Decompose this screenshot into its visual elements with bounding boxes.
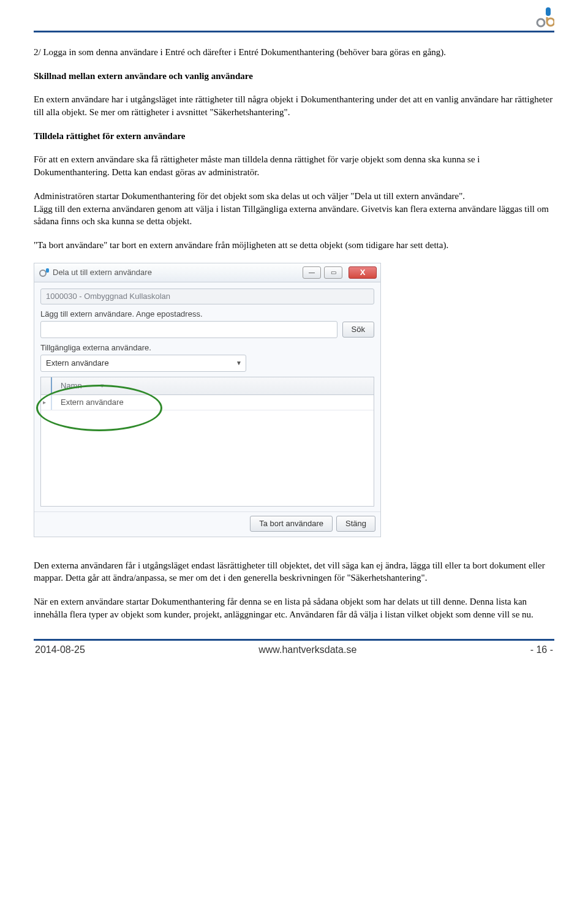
paragraph: 2/ Logga in som denna användare i Entré … [34, 46, 554, 59]
heading: Tilldela rättighet för extern användare [34, 130, 554, 143]
footer-page: - 16 - [530, 644, 553, 655]
dropdown-value: Extern användare [46, 358, 109, 368]
paragraph: Den externa användaren får i utgångsläge… [34, 559, 554, 584]
email-input[interactable] [40, 321, 337, 338]
footer-url: www.hantverksdata.se [258, 644, 356, 655]
header-rule [34, 31, 554, 32]
add-user-label: Lägg till extern användare. Ange epostad… [40, 309, 374, 319]
paragraph: "Ta bort användare" tar bort en extern a… [34, 239, 554, 252]
close-window-button[interactable]: X [349, 266, 377, 279]
footer-date: 2014-08-25 [35, 644, 85, 655]
table-row[interactable]: ▸ Extern användare [41, 395, 374, 410]
users-grid: Namn ▾ ▸ Extern användare [40, 377, 374, 507]
paragraph: När en extern användare startar Dokument… [34, 595, 554, 621]
close-button[interactable]: Stäng [336, 516, 375, 532]
row-indicator-icon: ▸ [43, 399, 49, 406]
paragraph: För att en extern användare ska få rätti… [34, 153, 554, 178]
filter-icon[interactable]: ▾ [100, 382, 104, 390]
app-icon [39, 268, 49, 277]
available-users-dropdown[interactable]: Extern användare ▼ [40, 355, 246, 372]
paragraph: Administratören startar Dokumenthanterin… [34, 190, 554, 203]
column-header-name[interactable]: Namn [61, 381, 82, 390]
window-title: Dela ut till extern användare [53, 268, 299, 277]
titlebar: Dela ut till extern användare — ▭ X [34, 263, 380, 282]
cell-name: Extern användare [51, 395, 124, 410]
chevron-down-icon: ▼ [236, 360, 242, 366]
available-users-label: Tillgängliga externa användare. [40, 343, 374, 352]
maximize-button[interactable]: ▭ [324, 266, 342, 279]
page-footer: 2014-08-25 www.hantverksdata.se - 16 - [34, 641, 554, 655]
project-field [40, 289, 374, 304]
logo [536, 6, 554, 28]
paragraph: En extern användare har i utgångsläget i… [34, 93, 554, 118]
dialog-window: Dela ut till extern användare — ▭ X Lägg… [34, 263, 381, 537]
remove-user-button[interactable]: Ta bort användare [250, 516, 333, 532]
svg-point-0 [537, 19, 545, 26]
paragraph: Lägg till den externa användaren genom a… [34, 203, 554, 228]
heading: Skillnad mellan extern användare och van… [34, 70, 554, 83]
search-button[interactable]: Sök [342, 322, 374, 338]
minimize-button[interactable]: — [303, 266, 321, 279]
